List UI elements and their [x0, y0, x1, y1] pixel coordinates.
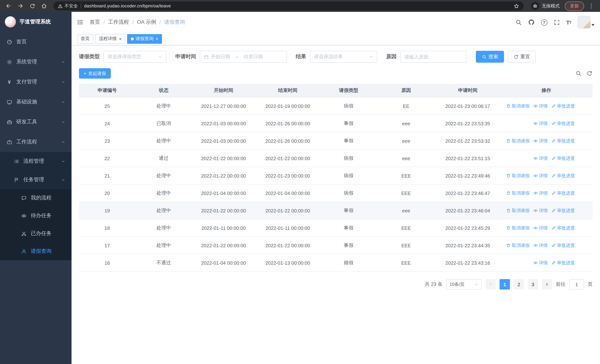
sidebar-item-home[interactable]: 首页: [0, 32, 72, 52]
action-detail[interactable]: 详情: [533, 260, 548, 266]
leave-type-select[interactable]: 请选择请假类型: [103, 51, 166, 63]
cell-status: 处理中: [135, 138, 192, 144]
table-search-button[interactable]: [576, 70, 581, 76]
cell-start: 2022-01-22 00:00:00: [192, 208, 255, 213]
action-progress[interactable]: 审批进度: [552, 242, 575, 249]
cell-end: 2022-01-26 00:00:00: [255, 121, 320, 126]
prev-page-button[interactable]: [486, 279, 496, 289]
page-button-2[interactable]: 2: [514, 279, 524, 289]
eye-icon: [533, 243, 538, 248]
help-button[interactable]: ?: [541, 19, 547, 25]
action-progress[interactable]: 审批进度: [552, 103, 575, 109]
sidebar-item-label: 首页: [16, 38, 27, 45]
sidebar-item-workflow[interactable]: 工作流程: [0, 132, 72, 152]
create-leave-button[interactable]: + 发起请假: [79, 68, 111, 79]
sidebar: 芋道管理系统 首页 系统管理 ¥ 支付管理: [0, 12, 72, 364]
sidebar-item-process-mgmt[interactable]: 流程管理: [0, 152, 72, 170]
action-progress[interactable]: 审批进度: [552, 225, 575, 231]
action-cancel[interactable]: 取消请假: [506, 173, 530, 179]
sidebar-item-devtools[interactable]: 研发工具: [0, 112, 72, 132]
action-progress[interactable]: 审批进度: [552, 138, 575, 144]
table-refresh-button[interactable]: [587, 70, 593, 76]
action-detail[interactable]: 详情: [533, 103, 548, 109]
action-detail[interactable]: 详情: [533, 190, 548, 196]
fullscreen-button[interactable]: [553, 19, 560, 25]
browser-menu-button[interactable]: ⋮: [586, 3, 596, 9]
action-cancel[interactable]: 取消请假: [506, 138, 530, 144]
cell-start: 2022-01-11 00:00:00: [192, 225, 255, 231]
home-button[interactable]: [39, 1, 49, 11]
sidebar-item-infra[interactable]: 基础设施: [0, 92, 72, 112]
action-detail[interactable]: 详情: [533, 242, 548, 249]
apply-time-range-picker[interactable]: 开始日期 - 结束日期: [200, 51, 287, 63]
close-icon[interactable]: ×: [119, 37, 122, 41]
breadcrumb-item[interactable]: 工作流程: [108, 19, 129, 26]
action-detail[interactable]: 详情: [533, 138, 548, 144]
action-cancel[interactable]: 取消请假: [506, 242, 530, 249]
sidebar-toggle-button[interactable]: [77, 19, 87, 26]
sidebar-item-my-process[interactable]: 我的流程: [0, 189, 72, 207]
cell-actions: 详情审批进度: [500, 260, 593, 266]
action-progress[interactable]: 审批进度: [552, 173, 575, 179]
action-cancel[interactable]: 取消请假: [506, 207, 530, 214]
sidebar-item-todo-task[interactable]: 待办任务: [0, 207, 72, 225]
sidebar-item-payment[interactable]: ¥ 支付管理: [0, 72, 72, 92]
action-progress[interactable]: 审批进度: [552, 190, 575, 196]
header-search-button[interactable]: [515, 19, 522, 25]
action-progress[interactable]: 审批进度: [552, 155, 575, 161]
font-size-button[interactable]: TT: [566, 19, 571, 25]
sidebar-item-system[interactable]: 系统管理: [0, 52, 72, 72]
action-detail[interactable]: 详情: [533, 207, 548, 214]
action-detail[interactable]: 详情: [533, 155, 548, 161]
select-placeholder: 请选择请假类型: [107, 53, 141, 60]
breadcrumb-item[interactable]: 首页: [90, 19, 100, 26]
action-detail[interactable]: 详情: [533, 120, 548, 127]
github-button[interactable]: [528, 19, 534, 26]
page-content: 请假类型 请选择请假类型 申请时间 开始日期 - 结束日期 结果 请选择流: [72, 45, 600, 364]
reset-button[interactable]: 重置: [508, 51, 536, 63]
tab-label: 流程详情: [99, 36, 117, 42]
result-select[interactable]: 请选择流结果: [310, 51, 377, 63]
user-icon: [21, 249, 27, 254]
action-cancel[interactable]: 取消请假: [506, 225, 530, 231]
action-detail[interactable]: 详情: [533, 173, 548, 179]
action-detail[interactable]: 详情: [533, 225, 548, 231]
action-progress[interactable]: 审批进度: [552, 207, 575, 214]
close-icon[interactable]: ×: [156, 37, 158, 41]
page-size-select[interactable]: 10条/页: [446, 279, 482, 289]
tab-label: 首页: [81, 36, 90, 42]
tab-leave-query[interactable]: 请假查询 ×: [127, 34, 162, 44]
leave-type-label: 请假类型: [79, 53, 100, 60]
tab-process-detail[interactable]: 流程详情 ×: [95, 34, 125, 44]
cell-applied: 2022-01-23 00:06:17: [435, 103, 500, 109]
cell-type: 病假: [320, 190, 377, 196]
sidebar-logo[interactable]: 芋道管理系统: [0, 12, 72, 32]
update-button[interactable]: 更新: [565, 1, 584, 10]
avatar-dropdown[interactable]: [577, 16, 594, 28]
reload-button[interactable]: [28, 1, 37, 11]
back-button[interactable]: [4, 1, 13, 11]
bookmark-star-button[interactable]: [514, 3, 519, 9]
action-progress[interactable]: 审批进度: [552, 260, 575, 266]
action-cancel[interactable]: 取消请假: [506, 190, 530, 196]
security-chip[interactable]: 不安全: [58, 3, 78, 9]
action-cancel[interactable]: 取消请假: [506, 103, 530, 109]
logo-image: [5, 16, 16, 28]
forward-button[interactable]: [16, 1, 25, 11]
breadcrumb-item[interactable]: OA 示例: [137, 19, 156, 26]
goto-page-input[interactable]: [569, 279, 584, 289]
action-progress[interactable]: 审批进度: [552, 120, 575, 127]
search-button[interactable]: 搜索: [476, 51, 504, 63]
sidebar-item-task-mgmt[interactable]: 任务管理: [0, 170, 72, 189]
page-button-1[interactable]: 1: [500, 279, 510, 289]
pagination: 共 23 条 10条/页 1 2 3 前往 页: [79, 279, 593, 289]
sidebar-item-done-task[interactable]: 已办任务: [0, 225, 72, 243]
cell-reason: EEE: [377, 173, 435, 178]
tab-home[interactable]: 首页: [77, 34, 94, 44]
screen: 不安全 dashboard.yudao.iocoder.cn/bpm/oa/le…: [0, 0, 600, 364]
reason-input[interactable]: [400, 51, 467, 63]
next-page-button[interactable]: [542, 279, 552, 289]
url-bar[interactable]: 不安全 dashboard.yudao.iocoder.cn/bpm/oa/le…: [53, 1, 524, 10]
page-button-3[interactable]: 3: [528, 279, 538, 289]
sidebar-item-leave-query[interactable]: 请假查询: [0, 243, 72, 260]
